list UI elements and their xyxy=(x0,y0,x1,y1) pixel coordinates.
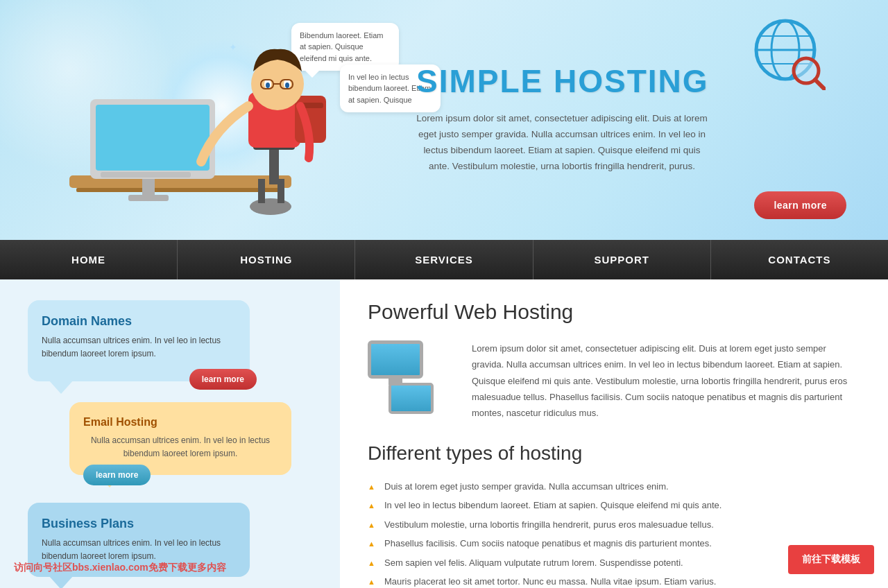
download-template-button[interactable]: 前往下载模板 xyxy=(788,545,874,574)
content-right: Powerful Web Hosting Lorem ipsum dolor s… xyxy=(340,279,888,588)
monitor-icon-small xyxy=(388,383,434,414)
email-card-text: Nulla accumsan ultrices enim. In vel leo… xyxy=(83,434,278,460)
email-card-body: Email Hosting Nulla accumsan ultrices en… xyxy=(69,402,291,474)
hosting-feature-area: Lorem ipsum dolor sit amet, consectetuer… xyxy=(368,340,860,422)
sidebar-card-email: Email Hosting Nulla accumsan ultrices en… xyxy=(14,402,326,474)
svg-point-18 xyxy=(266,83,270,88)
feature-list-item: In vel leo in lectus bibendum laoreet. E… xyxy=(368,496,860,515)
domain-card-title: Domain Names xyxy=(42,314,236,329)
sidebar: Domain Names Nulla accumsan ultrices eni… xyxy=(0,279,340,588)
email-learn-more-button[interactable]: learn more xyxy=(83,465,151,485)
svg-rect-5 xyxy=(128,195,169,201)
feature-list-item: Mauris placerat leo sit amet tortor. Nun… xyxy=(368,572,860,588)
bubble-tail-3 xyxy=(49,576,74,588)
svg-rect-9 xyxy=(269,150,279,184)
svg-point-7 xyxy=(250,198,291,215)
cartoon-svg: ✦ ✦ xyxy=(0,9,388,231)
svg-rect-1 xyxy=(76,188,284,192)
nav-item-home[interactable]: HOME xyxy=(0,240,178,279)
hero-content: SIMPLE HOSTING Lorem ipsum dolor sit ame… xyxy=(402,0,888,240)
domain-card-text: Nulla accumsan ultrices enim. In vel leo… xyxy=(42,334,236,361)
main-layout: Domain Names Nulla accumsan ultrices eni… xyxy=(0,279,888,588)
hero-section: Bibendum laoreet. Etiam at sapien. Quisq… xyxy=(0,0,888,240)
svg-rect-3 xyxy=(96,105,210,171)
svg-line-31 xyxy=(815,80,824,89)
hosting-icons xyxy=(368,340,458,414)
feature-list-item: Phasellus facilisis. Cum sociis natoque … xyxy=(368,534,860,553)
sidebar-card-domain: Domain Names Nulla accumsan ultrices eni… xyxy=(14,300,326,381)
globe-search-icon xyxy=(749,14,826,93)
monitor-icon-large xyxy=(368,340,423,379)
watermark: 访问向号社区bbs.xienlao.com免费下载更多内容 xyxy=(14,562,226,574)
feature-list-item: Duis at lorem eget justo semper gravida.… xyxy=(368,477,860,496)
svg-rect-10 xyxy=(258,179,265,203)
section2-title: Different types of hosting xyxy=(368,442,860,465)
feature-list-item: Vestibulum molestie, urna lobortis fring… xyxy=(368,515,860,535)
svg-rect-11 xyxy=(278,179,284,203)
main-nav: HOME HOSTING SERVICES SUPPORT CONTACTS xyxy=(0,240,888,279)
business-card-title: Business Plans xyxy=(42,517,236,531)
nav-item-support[interactable]: SUPPORT xyxy=(533,240,711,279)
hero-illustration: Bibendum laoreet. Etiam at sapien. Quisq… xyxy=(0,9,402,231)
feature-list: Duis at lorem eget justo semper gravida.… xyxy=(368,477,860,588)
bubble-tail-1 xyxy=(49,380,74,394)
hero-description: Lorem ipsum dolor sit amet, consectetuer… xyxy=(416,111,708,175)
section1-description: Lorem ipsum dolor sit amet, consectetuer… xyxy=(472,340,860,422)
feature-list-item: Sem sapien vel felis. Aliquam vulputate … xyxy=(368,553,860,573)
nav-item-services[interactable]: SERVICES xyxy=(355,240,533,279)
domain-card-body: Domain Names Nulla accumsan ultrices eni… xyxy=(28,300,250,381)
business-card-text: Nulla accumsan ultrices enim. In vel leo… xyxy=(42,537,236,563)
svg-rect-6 xyxy=(101,172,191,178)
email-card-title: Email Hosting xyxy=(83,416,278,429)
svg-rect-4 xyxy=(142,179,155,196)
svg-text:✦: ✦ xyxy=(229,42,237,53)
domain-learn-more-button[interactable]: learn more xyxy=(189,369,257,390)
nav-item-hosting[interactable]: HOSTING xyxy=(178,240,355,279)
nav-item-contacts[interactable]: CONTACTS xyxy=(711,240,888,279)
section1-title: Powerful Web Hosting xyxy=(368,300,860,324)
hero-learn-more-button[interactable]: learn more xyxy=(754,191,846,219)
svg-point-19 xyxy=(285,83,289,88)
